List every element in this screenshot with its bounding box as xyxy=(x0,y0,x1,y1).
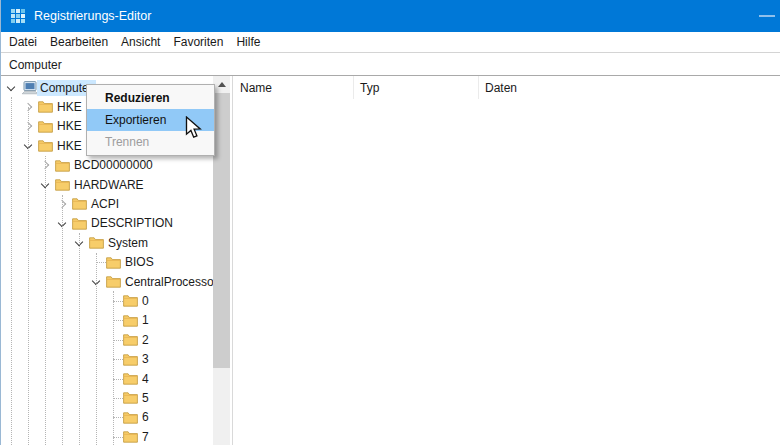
tree-guide-line xyxy=(62,195,63,445)
tree-label: 2 xyxy=(139,332,152,348)
menu-bar: DateiBearbeitenAnsichtFavoritenHilfe xyxy=(1,32,780,53)
tree-label: ACPI xyxy=(88,196,122,212)
tree-row-computer[interactable]: Computer xyxy=(1,78,96,97)
tree-label: 7 xyxy=(139,429,152,445)
tree-label: HARDWARE xyxy=(71,177,147,193)
tree-row-7[interactable]: 7 xyxy=(1,427,152,445)
tree-scrollbar[interactable] xyxy=(213,76,230,445)
minimize-icon[interactable] xyxy=(759,15,775,17)
tree-label: HKE xyxy=(54,138,85,154)
scroll-up-icon[interactable] xyxy=(213,76,230,93)
tree-row-2[interactable]: 2 xyxy=(1,330,152,349)
menu-item-ansicht[interactable]: Ansicht xyxy=(121,35,167,49)
tree-guide-line xyxy=(11,97,12,445)
scrollbar-thumb[interactable] xyxy=(213,93,230,368)
tree-guide-line xyxy=(113,291,114,445)
tree-label: HKE xyxy=(54,118,85,134)
context-menu-item-trennen[interactable]: Trennen xyxy=(87,131,214,153)
menu-item-bearbeiten[interactable]: Bearbeiten xyxy=(50,35,115,49)
tree-label: 4 xyxy=(139,371,152,387)
tree-guide-line xyxy=(45,156,46,445)
context-menu-item-exportieren[interactable]: Exportieren xyxy=(87,109,214,131)
tree-label: CentralProcesso xyxy=(122,274,213,290)
tree-label: 0 xyxy=(139,293,152,309)
tree-label: 6 xyxy=(139,409,152,425)
tree-row-centralprocesso[interactable]: CentralProcesso xyxy=(1,272,213,291)
tree-label: BCD00000000 xyxy=(71,157,156,173)
tree-row-system[interactable]: System xyxy=(1,233,151,252)
context-menu: ReduzierenExportierenTrennen xyxy=(86,84,215,156)
window-title: Registrierungs-Editor xyxy=(34,9,151,23)
column-header-typ[interactable]: Typ xyxy=(354,76,479,99)
column-header-name[interactable]: Name xyxy=(234,76,354,99)
tree-label: 5 xyxy=(139,390,152,406)
address-bar-value: Computer xyxy=(9,58,62,72)
tree-row-hke[interactable]: HKE xyxy=(1,136,85,155)
registry-editor-window: Registrierungs-Editor DateiBearbeitenAns… xyxy=(0,0,780,445)
tree-row-hke[interactable]: HKE xyxy=(1,117,85,136)
tree-label: DESCRIPTION xyxy=(88,215,176,231)
column-header-daten[interactable]: Daten xyxy=(479,76,779,99)
value-list-pane: NameTypDaten xyxy=(234,76,780,445)
tree-guide-line xyxy=(28,107,29,445)
tree-row-hardware[interactable]: HARDWARE xyxy=(1,175,147,194)
tree-label: 1 xyxy=(139,312,152,328)
pane-splitter[interactable] xyxy=(232,76,233,445)
tree-row-1[interactable]: 1 xyxy=(1,311,152,330)
menu-item-hilfe[interactable]: Hilfe xyxy=(236,35,267,49)
menu-item-favoriten[interactable]: Favoriten xyxy=(173,35,230,49)
tree-guide-line xyxy=(96,253,97,445)
context-menu-item-reduzieren[interactable]: Reduzieren xyxy=(87,87,214,109)
tree-label: HKE xyxy=(54,99,85,115)
title-bar[interactable]: Registrierungs-Editor xyxy=(1,0,780,32)
tree-row-4[interactable]: 4 xyxy=(1,369,152,388)
tree-row-0[interactable]: 0 xyxy=(1,291,152,310)
tree-row-6[interactable]: 6 xyxy=(1,408,152,427)
tree-label: 3 xyxy=(139,351,152,367)
address-bar[interactable]: Computer xyxy=(1,54,780,76)
tree-row-3[interactable]: 3 xyxy=(1,350,152,369)
tree-label: BIOS xyxy=(122,254,157,270)
tree-label: System xyxy=(105,235,151,251)
tree-row-5[interactable]: 5 xyxy=(1,388,152,407)
list-header: NameTypDaten xyxy=(234,76,780,99)
tree-guide-line xyxy=(79,233,80,445)
tree-row-bcd00000000[interactable]: BCD00000000 xyxy=(1,156,156,175)
registry-app-icon xyxy=(10,8,26,24)
menu-item-datei[interactable]: Datei xyxy=(9,35,44,49)
tree-row-hke[interactable]: HKE xyxy=(1,97,85,116)
